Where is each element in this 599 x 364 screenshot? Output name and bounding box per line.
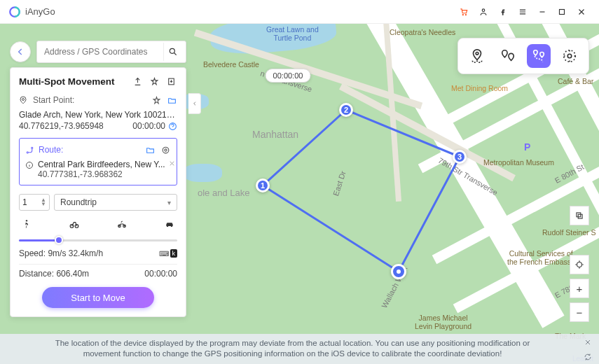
close-icon[interactable] bbox=[572, 3, 591, 21]
label-parking: P bbox=[524, 141, 530, 153]
marker-start[interactable] bbox=[391, 264, 406, 279]
label-met-museum: Metropolitan Museum bbox=[483, 158, 554, 167]
svg-point-6 bbox=[170, 48, 174, 53]
svg-point-15 bbox=[26, 220, 27, 221]
route-label: Route: bbox=[39, 145, 63, 155]
notice-line1: The location of the device displayed by … bbox=[55, 339, 530, 347]
start-favorite-icon[interactable] bbox=[151, 94, 162, 106]
start-point-label: Start Point: bbox=[33, 95, 74, 105]
marker-time-pill: 00:00:00 bbox=[266, 69, 311, 83]
mode-bicycle[interactable] bbox=[67, 218, 82, 230]
tool-two-spot[interactable] bbox=[496, 44, 520, 68]
distance-label: Distance: bbox=[19, 269, 54, 279]
tool-single-spot[interactable] bbox=[465, 44, 489, 68]
distance-value: 606.40m bbox=[56, 269, 89, 279]
label-met-dining: Met Dining Room bbox=[451, 84, 508, 92]
start-coords: 40.776219,-73.965948 bbox=[19, 121, 104, 131]
side-panel: Multi-Spot Movement Start Point: Glade A… bbox=[10, 67, 186, 317]
loops-value: 1 bbox=[22, 197, 27, 207]
svg-point-2 bbox=[462, 14, 463, 15]
loops-stepper[interactable]: 1 ▲▼ bbox=[19, 194, 50, 211]
panel-collapse-button[interactable] bbox=[188, 93, 201, 114]
label-manhattan: Manhattan bbox=[252, 129, 298, 140]
start-to-move-button[interactable]: Start to Move bbox=[42, 287, 154, 308]
svg-point-10 bbox=[27, 151, 28, 153]
svg-point-8 bbox=[22, 99, 25, 101]
keyboard-shortcut-badge[interactable]: k bbox=[170, 249, 178, 258]
cart-icon[interactable] bbox=[455, 3, 473, 21]
mode-toolbox bbox=[457, 38, 589, 74]
start-folder-icon[interactable] bbox=[166, 94, 177, 106]
route-icon bbox=[25, 146, 34, 155]
label-lake: ole and Lake bbox=[198, 188, 249, 198]
panel-title: Multi-Spot Movement bbox=[19, 76, 115, 87]
mode-motorcycle[interactable] bbox=[114, 218, 130, 230]
label-belvedere: Belvedere Castle bbox=[203, 60, 259, 69]
minimize-icon[interactable] bbox=[533, 3, 551, 21]
svg-point-13 bbox=[164, 148, 166, 150]
search-icon[interactable] bbox=[163, 43, 181, 61]
notice-line2: movement function to change the GPS posi… bbox=[83, 349, 502, 358]
marker-2[interactable]: 2 bbox=[339, 103, 353, 117]
tool-multi-spot[interactable] bbox=[527, 44, 551, 68]
mode-walk[interactable] bbox=[19, 218, 34, 230]
zoom-out-button[interactable]: − bbox=[570, 302, 589, 322]
search-input[interactable] bbox=[44, 47, 159, 57]
svg-point-11 bbox=[32, 147, 33, 148]
export-icon[interactable] bbox=[131, 75, 144, 88]
route-box: Route: Central Park Birdfeeders, New Y..… bbox=[19, 138, 177, 186]
search-box bbox=[36, 41, 186, 63]
back-button[interactable] bbox=[10, 41, 31, 62]
route-folder-icon[interactable] bbox=[144, 144, 156, 155]
svg-point-12 bbox=[163, 147, 169, 153]
favorite-icon[interactable] bbox=[148, 75, 160, 88]
marker-3[interactable]: 3 bbox=[453, 150, 467, 164]
keyboard-input-icon[interactable]: ⌨ bbox=[159, 250, 169, 258]
start-time: 00:00:00 bbox=[132, 121, 165, 131]
title-bar: iAnyGo bbox=[0, 0, 599, 24]
marker-1[interactable]: 1 bbox=[256, 178, 270, 192]
speed-label: Speed: bbox=[19, 248, 46, 258]
layers-button[interactable] bbox=[570, 206, 589, 225]
svg-point-20 bbox=[476, 52, 478, 55]
distance-time: 00:00:00 bbox=[144, 269, 177, 279]
label-levin: James Michael Levin Playground bbox=[415, 314, 471, 330]
svg-point-3 bbox=[465, 14, 466, 15]
app-logo bbox=[8, 6, 21, 18]
notice-close-icon[interactable] bbox=[584, 338, 592, 346]
maximize-icon[interactable] bbox=[553, 3, 571, 21]
account-icon[interactable] bbox=[474, 3, 493, 21]
info-icon bbox=[25, 161, 34, 169]
import-icon[interactable] bbox=[165, 75, 177, 88]
route-item-coords: 40.777381,-73.968362 bbox=[38, 169, 165, 179]
zoom-in-button[interactable]: + bbox=[570, 279, 589, 298]
speed-slider[interactable] bbox=[19, 236, 177, 244]
svg-rect-5 bbox=[560, 9, 565, 14]
app-name: iAnyGo bbox=[25, 6, 55, 17]
chevron-down-icon: ▾ bbox=[167, 199, 171, 206]
svg-point-21 bbox=[567, 54, 572, 58]
route-item-address: Central Park Birdfeeders, New Y... bbox=[38, 160, 165, 169]
trip-mode-value: Roundtrip bbox=[60, 197, 97, 207]
notice-bar: The location of the device displayed by … bbox=[0, 334, 599, 364]
label-french: Cultural Services of the French Embassy bbox=[507, 249, 574, 266]
mode-car[interactable] bbox=[162, 218, 177, 230]
locate-button[interactable] bbox=[570, 255, 589, 274]
trip-mode-select[interactable]: Roundtrip ▾ bbox=[54, 194, 177, 211]
notice-refresh-icon[interactable] bbox=[584, 353, 592, 361]
label-turtle: Great Lawn and Turtle Pond bbox=[266, 25, 319, 42]
menu-icon[interactable] bbox=[514, 3, 532, 21]
start-address: Glade Arch, New York, New York 10021, Un… bbox=[19, 110, 177, 120]
route-item-remove-icon[interactable] bbox=[168, 160, 176, 167]
svg-point-16 bbox=[70, 225, 74, 228]
route-target-icon[interactable] bbox=[160, 144, 171, 155]
label-needles: Cleopatra's Needles bbox=[390, 28, 455, 36]
pin-icon bbox=[19, 96, 29, 104]
tool-joystick[interactable] bbox=[558, 44, 581, 68]
speed-value: 9m/s 32.4km/h bbox=[48, 248, 103, 258]
facebook-icon[interactable] bbox=[494, 3, 512, 21]
label-cafe: Café & Bar bbox=[558, 77, 593, 85]
help-icon[interactable] bbox=[168, 122, 177, 131]
svg-point-25 bbox=[577, 262, 582, 267]
svg-point-22 bbox=[564, 50, 576, 62]
